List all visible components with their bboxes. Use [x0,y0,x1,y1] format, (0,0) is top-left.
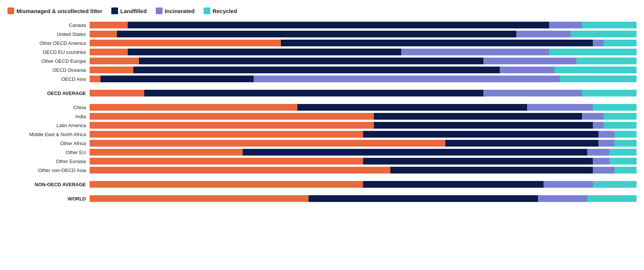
bar-segment-incinerated [401,49,549,55]
bar-segment-landfilled [281,40,592,46]
bar-segment-incinerated [483,90,582,96]
bar-segment-mismanaged [90,22,128,28]
bar-container [90,167,637,174]
legend-label: Landfilled [120,8,147,14]
legend-swatch [7,7,14,14]
bar-segment-landfilled [139,58,483,64]
bar-segment-recycled [604,113,637,120]
bar-segment-landfilled [144,90,483,96]
chart-row: Other EU [7,148,637,156]
bar-segment-landfilled [297,104,527,111]
legend-swatch [204,7,210,14]
row-label: Other OECD America [7,40,90,46]
bar-segment-mismanaged [90,140,445,147]
bar-segment-incinerated [516,31,571,37]
bar-segment-incinerated [549,22,582,28]
bar-segment-recycled [614,140,637,147]
chart-row: United States [7,30,637,38]
bar-segment-landfilled [243,149,587,156]
bar-segment-mismanaged [90,104,297,111]
bar-segment-incinerated [593,40,604,46]
bar-segment-landfilled [128,22,549,28]
bar-segment-mismanaged [90,158,363,165]
bar-segment-landfilled [374,122,593,129]
bar-segment-recycled [614,131,637,138]
bar-segment-incinerated [593,167,615,174]
chart-row: WORLD [7,194,637,203]
bar-segment-mismanaged [90,195,309,202]
bar-segment-incinerated [593,122,604,129]
row-label: OECD EU countries [7,49,90,55]
chart-row: China [7,103,637,111]
bar-segment-recycled [571,31,637,37]
chart-area: CanadaUnited StatesOther OECD AmericaOEC… [7,21,637,203]
spacer-row [7,84,637,89]
bar-container [90,122,637,129]
chart-row: Other OECD America [7,39,637,47]
bar-segment-landfilled [390,167,593,174]
chart-row: India [7,112,637,120]
bar-segment-incinerated [254,76,560,82]
bar-segment-recycled [560,76,637,82]
chart-row: NON-OECD AVERAGE [7,180,637,188]
bar-segment-recycled [614,167,637,174]
spacer-row [7,189,637,194]
bar-segment-recycled [604,122,637,129]
row-label: WORLD [7,196,90,202]
bar-segment-incinerated [538,195,587,202]
bar-segment-landfilled [363,131,598,138]
bar-segment-landfilled [363,158,593,165]
bar-segment-mismanaged [90,113,374,120]
legend-swatch [156,7,162,14]
chart-row: Canada [7,21,637,29]
row-label: India [7,114,90,119]
bar-segment-recycled [582,90,637,96]
row-label: Other EU [7,150,90,155]
bar-segment-landfilled [100,76,254,82]
bar-container [90,149,637,156]
bar-segment-landfilled [309,195,538,202]
bar-segment-mismanaged [90,122,374,129]
bar-segment-recycled [609,149,637,156]
bar-segment-incinerated [544,181,593,188]
bar-segment-landfilled [117,31,516,37]
chart-row: Middle East & North Africa [7,130,637,138]
row-label: China [7,105,90,110]
bar-container [90,67,637,73]
chart-row: Other OECD Europe [7,57,637,65]
bar-segment-mismanaged [90,58,139,64]
bar-segment-landfilled [363,181,544,188]
chart-row: Other non-OECD Asia [7,166,637,174]
row-label: Latin America [7,123,90,128]
bar-segment-incinerated [582,113,604,120]
bar-container [90,113,637,120]
bar-segment-landfilled [133,67,500,73]
legend-item: Recycled [204,7,237,14]
bar-container [90,58,637,64]
bar-segment-mismanaged [90,131,363,138]
bar-container [90,131,637,138]
legend-swatch [111,7,118,14]
legend-label: Mismanaged & uncollected litter [16,8,102,14]
legend-item: Incinerated [156,7,195,14]
bar-segment-mismanaged [90,181,363,188]
row-label: Other non-OECD Asia [7,168,90,173]
bar-segment-mismanaged [90,76,100,82]
bar-segment-mismanaged [90,90,144,96]
row-label: United States [7,31,90,37]
bar-segment-mismanaged [90,149,243,156]
bar-segment-recycled [549,49,637,55]
chart-row: Latin America [7,121,637,129]
bar-container [90,76,637,82]
bar-segment-landfilled [374,113,582,120]
legend-label: Recycled [213,8,237,14]
row-label: Middle East & North Africa [7,132,90,137]
bar-container [90,104,637,111]
bar-segment-mismanaged [90,49,128,55]
bar-container [90,40,637,46]
bar-container [90,31,637,37]
row-label: Other OECD Europe [7,58,90,64]
row-label: Other Africa [7,141,90,146]
bar-segment-mismanaged [90,67,133,73]
row-label: Other Eurasia [7,159,90,164]
